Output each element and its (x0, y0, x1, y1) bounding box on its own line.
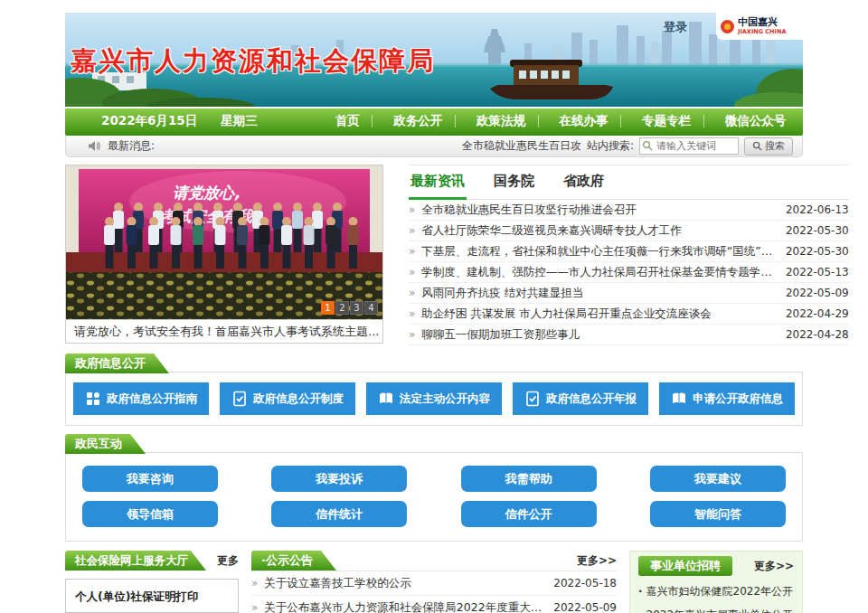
statutory-disclosure-button[interactable]: 法定主动公开内容 (366, 382, 502, 415)
nav-items: 首页 政务公开 政策法规 在线办事 专题专栏 微信公众号 (318, 108, 803, 134)
header-banner: 嘉兴市人力资源和社会保障局 登录 中国嘉兴 JIAXING CHINA (65, 13, 803, 107)
site-search: 全市稳就业惠民生百日攻 站内搜索: 搜索 (462, 137, 793, 156)
smart-qa-button[interactable]: 智能问答 (650, 501, 786, 527)
news-item[interactable]: 省人社厅陈荣华二级巡视员来嘉兴调研专技人才工作 2022-05-30 (409, 221, 849, 241)
more-link[interactable]: 更多 (217, 553, 239, 569)
news-item[interactable]: 风雨同舟齐抗疫 结对共建显担当 2022-05-09 (409, 283, 849, 304)
announcement-item[interactable]: 关于设立嘉善技工学校的公示 2022-05-18 (251, 571, 617, 596)
carousel-caption[interactable]: 请党放心，考试安全有我！首届嘉兴市人事考试系统主题... (65, 320, 383, 344)
ticker-label: 最新消息: (108, 138, 155, 154)
site-logo[interactable]: 中国嘉兴 JIAXING CHINA (716, 13, 803, 40)
pager-2[interactable]: 2 (335, 301, 349, 315)
info-disclosure-guide-button[interactable]: 政府信息公开指南 (73, 382, 209, 415)
annual-report-button[interactable]: 政府信息公开年报 (513, 382, 648, 415)
grid-icon (85, 391, 101, 407)
more-link[interactable]: 更多>> (577, 553, 617, 569)
announcement-item[interactable]: 关于公布嘉兴市人力资源和社会保障局2022年度重大行政决策事... 2022-0… (251, 596, 617, 613)
carousel-photo-image: 请党放心, 考试安全有我 (66, 165, 382, 319)
news-item[interactable]: 助企纾困 共谋发展 市人力社保局召开重点企业交流座谈会 2022-04-29 (409, 304, 849, 325)
pager-4[interactable]: 4 (364, 301, 378, 315)
nav-item-policies[interactable]: 政策法规 (467, 108, 534, 134)
news-list: 全市稳就业惠民生百日攻坚行动推进会召开 2022-06-13 省人社厅陈荣华二级… (409, 200, 849, 345)
need-help-button[interactable]: 我需帮助 (461, 466, 597, 492)
leader-mailbox-button[interactable]: 领导信箱 (82, 501, 218, 527)
news-item[interactable]: 下基层、走流程，省社保和就业中心主任项薇一行来我市调研“国统”上线情况 2022… (409, 241, 849, 262)
weekday-text: 星期三 (221, 113, 258, 129)
suggestion-button[interactable]: 我要建议 (650, 466, 786, 492)
tab-provincial-gov[interactable]: 省政府 (561, 171, 606, 199)
section-title-ribbon: ·公示公告 (251, 551, 336, 571)
search-label: 站内搜索: (587, 138, 634, 154)
site-title: 嘉兴市人力资源和社会保障局 (71, 43, 435, 80)
section-recruitment: 事业单位招聘 更多>> 嘉兴市妇幼保健院2022年公开... 2022年嘉兴市属… (629, 551, 803, 613)
news-item[interactable]: 聊聊五一假期加班工资那些事儿 2022-04-28 (409, 325, 849, 345)
pager-1[interactable]: 1 (321, 301, 335, 315)
search-input[interactable] (639, 137, 739, 155)
doc-check-icon (231, 391, 248, 407)
recruitment-item[interactable]: 嘉兴市妇幼保健院2022年公开... (638, 580, 794, 603)
section-interaction: 政民互动 我要咨询 我要投诉 我需帮助 我要建议 领导信箱 信件统计 信件公开 … (65, 434, 803, 542)
news-panel: 最新资讯 国务院 省政府 全市稳就业惠民生百日攻坚行动推进会召开 2022-06… (409, 165, 849, 345)
letter-statistics-button[interactable]: 信件统计 (271, 501, 407, 527)
section-title-ribbon: 社会保险网上服务大厅 (65, 551, 206, 571)
tab-latest-news[interactable]: 最新资讯 (409, 171, 467, 200)
logo-subtitle: JIAXING CHINA (738, 28, 786, 35)
search-button[interactable]: 搜索 (744, 137, 793, 156)
photo-carousel: 请党放心, 考试安全有我 1 2 3 4 请党放心，考试安全有我！首届嘉兴市人事… (65, 165, 383, 345)
nav-item-wechat[interactable]: 微信公众号 (716, 108, 796, 134)
more-link[interactable]: 更多>> (754, 559, 794, 574)
request-disclosure-button[interactable]: 申请公开政府信息 (659, 382, 795, 415)
speaker-icon (88, 140, 100, 152)
carousel-pager: 1 2 3 4 (321, 301, 378, 315)
book-icon (378, 391, 394, 407)
news-item[interactable]: 学制度、建机制、强防控——市人力社保局召开社保基金要情专题学习会 2022-05… (409, 262, 849, 283)
section-title-ribbon: 政府信息公开 (65, 354, 169, 373)
tab-state-council[interactable]: 国务院 (492, 171, 536, 199)
ss-cert-print-item[interactable]: 个人(单位)社保证明打印 (65, 579, 239, 613)
news-tabs: 最新资讯 国务院 省政府 (409, 171, 849, 200)
login-link[interactable]: 登录 (664, 19, 687, 35)
nav-item-online-services[interactable]: 在线办事 (551, 108, 618, 134)
nav-item-home[interactable]: 首页 (326, 108, 369, 134)
complaint-button[interactable]: 我要投诉 (271, 466, 407, 492)
letter-disclosure-button[interactable]: 信件公开 (461, 501, 597, 527)
section-social-insurance: 社会保险网上服务大厅 更多 个人(单位)社保证明打印 办事指南 (65, 551, 239, 613)
section-announcements: ·公示公告 更多>> 关于设立嘉善技工学校的公示 2022-05-18 关于公布… (251, 551, 617, 613)
search-button-icon (752, 141, 762, 151)
consult-button[interactable]: 我要咨询 (82, 466, 218, 492)
pager-3[interactable]: 3 (350, 301, 363, 315)
recruitment-item[interactable]: 2022年嘉兴市属事业单位公开... (638, 603, 794, 613)
nav-date: 2022年6月15日 星期三 (65, 113, 318, 129)
campaign-text: 全市稳就业惠民生百日攻 (462, 138, 581, 154)
doc-check-icon (524, 391, 541, 407)
carousel-photo[interactable]: 请党放心, 考试安全有我 1 2 3 4 (65, 165, 383, 320)
nav-item-gov-affairs[interactable]: 政务公开 (384, 108, 451, 134)
logo-title: 中国嘉兴 (738, 17, 786, 28)
info-disclosure-system-button[interactable]: 政府信息公开制度 (220, 382, 355, 415)
date-text: 2022年6月15日 (101, 113, 197, 129)
recruitment-title[interactable]: 事业单位招聘 (638, 556, 732, 576)
news-ticker-bar: 最新消息: 全市稳就业惠民生百日攻 站内搜索: 搜索 (65, 134, 803, 157)
jiaxing-logo-icon (721, 20, 734, 33)
page: 嘉兴市人力资源和社会保障局 登录 中国嘉兴 JIAXING CHINA 2022… (65, 0, 803, 613)
nav-item-special-topics[interactable]: 专题专栏 (633, 108, 700, 134)
svg-text:请党放心,: 请党放心, (173, 184, 240, 202)
main-nav: 2022年6月15日 星期三 首页 政务公开 政策法规 在线办事 专题专栏 微信… (65, 108, 803, 134)
book-icon (671, 391, 687, 407)
news-item[interactable]: 全市稳就业惠民生百日攻坚行动推进会召开 2022-06-13 (409, 200, 849, 221)
section-info-disclosure: 政府信息公开 政府信息公开指南 政府信息公开制度 (65, 354, 803, 426)
search-input-icon (642, 140, 653, 151)
section-title-ribbon: 政民互动 (65, 434, 146, 454)
